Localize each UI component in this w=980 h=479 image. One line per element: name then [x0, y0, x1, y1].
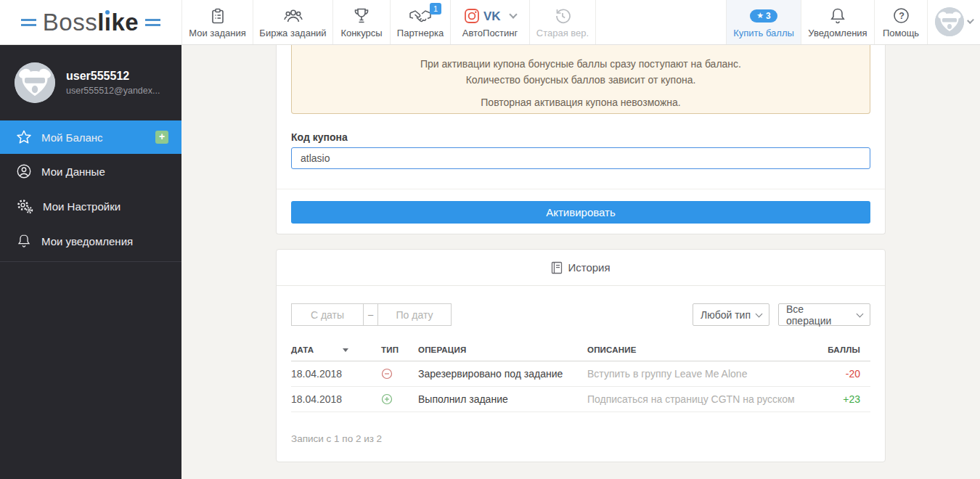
date-to-input[interactable] [377, 303, 452, 326]
column-header-points: БАЛЛЫ [812, 345, 870, 354]
buy-points-button[interactable]: ★3 Купить баллы [726, 0, 801, 44]
column-header-date[interactable]: ДАТА [291, 345, 377, 354]
nav-item-label: Биржа заданий [259, 28, 326, 38]
type-filter-value: Любой тип [701, 309, 751, 321]
history-table: ДАТА ТИП ОПЕРАЦИЯ ОПИСАНИЕ БАЛЛЫ 18.04.2… [291, 339, 870, 412]
bell-icon [829, 6, 846, 26]
history-title: История [568, 261, 610, 274]
nav-item-my-tasks[interactable]: Мои задания [181, 0, 253, 44]
sidebar-item-settings[interactable]: Мои Настройки [0, 189, 181, 224]
nav-item-contests[interactable]: Конкурсы [332, 0, 390, 44]
chevron-down-icon [756, 310, 763, 317]
table-row: 18.04.2018 Выполнил задание Подписаться … [291, 387, 870, 412]
nav-item-old-version[interactable]: Старая вер. [529, 0, 596, 44]
question-icon: ? [892, 6, 910, 26]
date-from-input[interactable] [291, 303, 364, 326]
coupon-panel: При активации купона бонусные баллы сраз… [276, 45, 886, 234]
sidebar: user555512 user555512@yandex... Мой Бала… [0, 45, 181, 479]
logo-dash-right-icon [145, 19, 160, 26]
nav-item-task-exchange[interactable]: Биржа заданий [253, 0, 332, 44]
history-panel: История – Любой тип Все операции ДАТА ТИ… [276, 249, 886, 462]
trophy-icon [352, 6, 371, 26]
main-content: При активации купона бонусные баллы сраз… [181, 45, 980, 479]
vk-icon: VK [483, 9, 505, 23]
user-menu[interactable] [927, 0, 980, 44]
sidebar-item-my-notifications[interactable]: Мои уведомления [0, 224, 181, 258]
sidebar-item-my-data[interactable]: Мои Данные [0, 154, 181, 189]
person-icon [16, 163, 32, 179]
minus-circle-icon [377, 368, 418, 380]
history-filters: – Любой тип Все операции [291, 303, 870, 326]
svg-text:VK: VK [483, 9, 501, 23]
nav-item-help[interactable]: ? Помощь [874, 0, 927, 44]
sort-desc-icon [343, 348, 348, 352]
column-header-description: ОПИСАНИЕ [587, 345, 812, 354]
nav-item-label: Партнерка [397, 28, 444, 38]
cell-date: 18.04.2018 [291, 368, 377, 380]
column-header-type: ТИП [377, 345, 418, 354]
cell-description: Подписаться на страницу CGTN на русском [587, 393, 812, 405]
nav-item-label: Уведомления [808, 28, 867, 38]
sidebar-item-label: Мой Баланс [41, 131, 103, 144]
points-balance-badge: ★3 [750, 9, 777, 22]
handshake-icon: 1 [408, 6, 433, 26]
column-header-operation: ОПЕРАЦИЯ [418, 345, 587, 354]
top-navbar: Bosslıke Мои задания Биржа заданий [0, 0, 980, 45]
info-line: При активации купона бонусные баллы сраз… [292, 56, 870, 72]
partner-badge: 1 [430, 3, 441, 15]
cell-description: Вступить в группу Leave Me Alone [587, 368, 812, 380]
gears-icon [16, 198, 33, 214]
nav-item-label: Конкурсы [340, 28, 382, 38]
info-line: Количество бонусных баллов зависит от ку… [292, 72, 870, 88]
nav-item-notifications[interactable]: Уведомления [801, 0, 874, 44]
nav-item-partner-program[interactable]: 1 Партнерка [390, 0, 450, 44]
bell-icon [16, 233, 32, 249]
buy-points-label: Купить баллы [733, 28, 794, 38]
clipboard-icon [209, 6, 226, 26]
activate-button[interactable]: Активировать [291, 201, 870, 224]
history-icon [553, 6, 572, 26]
records-summary: Записи с 1 по 2 из 2 [291, 433, 382, 444]
operations-filter-value: Все операции [786, 303, 852, 327]
navbar-spacer [596, 0, 726, 44]
avatar [935, 7, 964, 36]
nav-item-label: Старая вер. [536, 28, 589, 38]
nav-item-label: Мои задания [189, 28, 246, 38]
chevron-down-icon [509, 10, 517, 18]
cell-points: -20 [812, 368, 870, 380]
nav-item-label: Помощь [883, 28, 919, 38]
sidebar-item-label: Мои уведомления [41, 235, 133, 247]
star-icon [16, 129, 32, 145]
instagram-icon [464, 8, 480, 24]
book-icon [551, 261, 563, 274]
sidebar-divider [0, 261, 181, 262]
cell-operation: Выполнил задание [418, 393, 587, 405]
users-icon [283, 6, 303, 26]
coupon-info-box: При активации купона бонусные баллы сраз… [291, 45, 870, 114]
operations-filter-dropdown[interactable]: Все операции [778, 303, 870, 326]
cell-points: +23 [812, 393, 870, 405]
cell-operation: Зарезервировано под задание [418, 368, 587, 380]
plus-circle-icon [377, 393, 418, 405]
date-range-separator: – [363, 303, 378, 326]
nav-item-autoposting[interactable]: VK АвтоПостинг [450, 0, 529, 44]
type-filter-dropdown[interactable]: Любой тип [693, 303, 769, 326]
avatar [15, 62, 55, 103]
chevron-down-icon [857, 310, 864, 317]
table-header-row: ДАТА ТИП ОПЕРАЦИЯ ОПИСАНИЕ БАЛЛЫ [291, 339, 870, 361]
coupon-code-input[interactable] [291, 147, 870, 169]
sidebar-item-balance[interactable]: Мой Баланс + [0, 120, 181, 154]
chevron-down-icon [967, 17, 974, 24]
profile-block: user555512 user555512@yandex... [0, 45, 181, 120]
nav-item-label: АвтоПостинг [462, 28, 518, 38]
panel-footer-divider [277, 189, 885, 189]
username: user555512 [66, 70, 160, 83]
table-row: 18.04.2018 Зарезервировано под задание В… [291, 361, 870, 387]
svg-text:?: ? [899, 11, 905, 21]
cell-date: 18.04.2018 [291, 393, 377, 405]
add-points-button[interactable]: + [155, 131, 168, 144]
brand-logo[interactable]: Bosslıke [0, 0, 181, 44]
info-line: Повторная активация купона невозможна. [292, 94, 870, 110]
logo-text: Bosslıke [43, 9, 139, 36]
star-icon: ★ [756, 11, 764, 20]
